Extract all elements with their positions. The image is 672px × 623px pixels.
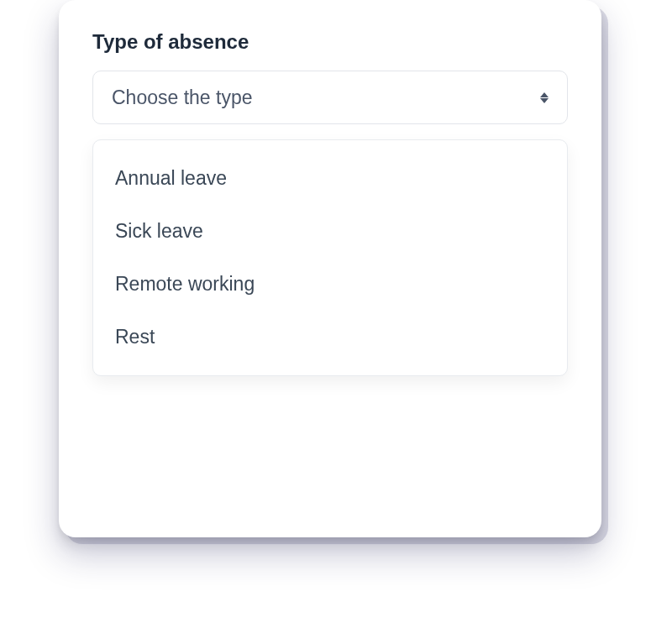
form-card: Type of absence Choose the type Annual l… (59, 0, 601, 537)
dropdown-option-rest[interactable]: Rest (93, 311, 567, 364)
dropdown-option-annual-leave[interactable]: Annual leave (93, 152, 567, 205)
select-placeholder-text: Choose the type (112, 86, 253, 109)
absence-type-select[interactable]: Choose the type (92, 71, 568, 124)
dropdown-option-sick-leave[interactable]: Sick leave (93, 205, 567, 258)
chevron-up-down-icon (540, 92, 549, 103)
dropdown-option-remote-working[interactable]: Remote working (93, 258, 567, 311)
field-label-absence-type: Type of absence (92, 30, 568, 54)
absence-type-dropdown: Annual leave Sick leave Remote working R… (92, 139, 568, 376)
